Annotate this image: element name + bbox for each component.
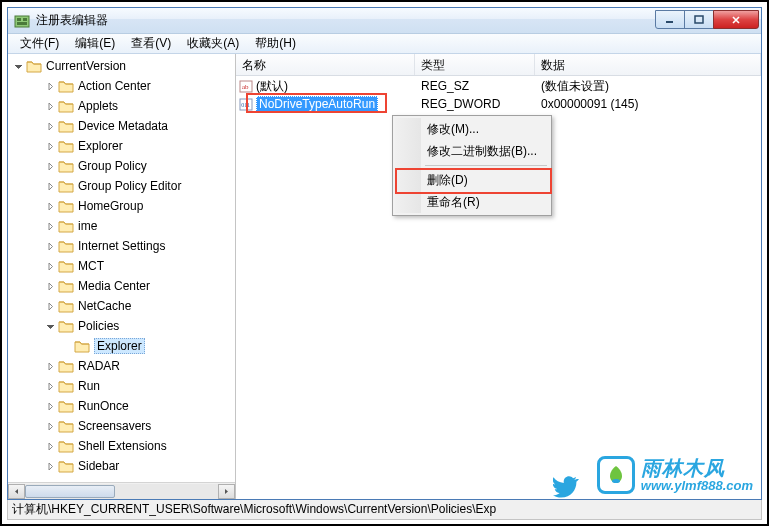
tree-label: Policies bbox=[78, 319, 119, 333]
chevron-right-icon[interactable] bbox=[44, 420, 56, 432]
tree-item[interactable]: HomeGroup bbox=[8, 196, 235, 216]
watermark: 雨林木风 www.ylmf888.com bbox=[597, 456, 753, 494]
tree-label: ime bbox=[78, 219, 97, 233]
close-button[interactable] bbox=[713, 10, 759, 29]
svg-rect-5 bbox=[695, 16, 703, 23]
context-delete[interactable]: 删除(D) bbox=[395, 169, 549, 191]
tree-item[interactable]: RADAR bbox=[8, 356, 235, 376]
tree-label: MCT bbox=[78, 259, 104, 273]
tree-label: Run bbox=[78, 379, 100, 393]
svg-text:011: 011 bbox=[241, 102, 250, 108]
tree-item[interactable]: Media Center bbox=[8, 276, 235, 296]
tree-label: Action Center bbox=[78, 79, 151, 93]
tree-item[interactable]: Sidebar bbox=[8, 456, 235, 476]
tree-label: NetCache bbox=[78, 299, 131, 313]
scroll-left-icon[interactable] bbox=[8, 484, 25, 499]
tree-label: Media Center bbox=[78, 279, 150, 293]
chevron-right-icon[interactable] bbox=[44, 400, 56, 412]
list-row[interactable]: 011NoDriveTypeAutoRunREG_DWORD0x00000091… bbox=[236, 95, 761, 113]
svg-rect-3 bbox=[17, 22, 27, 25]
svg-rect-1 bbox=[17, 18, 21, 21]
tree-item[interactable]: Explorer bbox=[8, 336, 235, 356]
chevron-right-icon[interactable] bbox=[44, 200, 56, 212]
column-name[interactable]: 名称 bbox=[236, 54, 415, 75]
tree-item[interactable]: Device Metadata bbox=[8, 116, 235, 136]
tree-label: Explorer bbox=[94, 338, 145, 354]
tree-item[interactable]: Applets bbox=[8, 96, 235, 116]
tree-item[interactable]: Explorer bbox=[8, 136, 235, 156]
chevron-right-icon[interactable] bbox=[44, 100, 56, 112]
tree-label: Group Policy Editor bbox=[78, 179, 181, 193]
app-icon bbox=[14, 13, 30, 29]
tree-item[interactable]: Policies bbox=[8, 316, 235, 336]
chevron-right-icon[interactable] bbox=[44, 240, 56, 252]
svg-rect-4 bbox=[666, 21, 673, 23]
value-data: 0x00000091 (145) bbox=[535, 97, 761, 111]
tree-label: Screensavers bbox=[78, 419, 151, 433]
chevron-down-icon[interactable] bbox=[44, 320, 56, 332]
tree-scrollbar[interactable] bbox=[8, 482, 235, 499]
context-modify-binary[interactable]: 修改二进制数据(B)... bbox=[395, 140, 549, 162]
chevron-right-icon[interactable] bbox=[44, 80, 56, 92]
chevron-right-icon[interactable] bbox=[44, 120, 56, 132]
scrollbar-thumb[interactable] bbox=[25, 485, 115, 498]
tree-label: Applets bbox=[78, 99, 118, 113]
tree-label: RunOnce bbox=[78, 399, 129, 413]
value-name: NoDriveTypeAutoRun bbox=[256, 96, 378, 112]
tree-item[interactable]: Group Policy bbox=[8, 156, 235, 176]
tree-label: Internet Settings bbox=[78, 239, 165, 253]
column-data[interactable]: 数据 bbox=[535, 54, 761, 75]
tree-item[interactable]: NetCache bbox=[8, 296, 235, 316]
tree-item[interactable]: Run bbox=[8, 376, 235, 396]
column-type[interactable]: 类型 bbox=[415, 54, 535, 75]
value-data: (数值未设置) bbox=[535, 78, 761, 95]
tree-item[interactable]: MCT bbox=[8, 256, 235, 276]
statusbar-path: 计算机\HKEY_CURRENT_USER\Software\Microsoft… bbox=[12, 501, 496, 518]
watermark-url: www.ylmf888.com bbox=[641, 479, 753, 493]
minimize-button[interactable] bbox=[655, 10, 685, 29]
tree-item[interactable]: Internet Settings bbox=[8, 236, 235, 256]
scroll-right-icon[interactable] bbox=[218, 484, 235, 499]
list-row[interactable]: ab(默认)REG_SZ(数值未设置) bbox=[236, 77, 761, 95]
chevron-right-icon[interactable] bbox=[44, 380, 56, 392]
menu-file[interactable]: 文件(F) bbox=[12, 33, 67, 54]
context-separator bbox=[425, 165, 547, 166]
tree-item[interactable]: Screensavers bbox=[8, 416, 235, 436]
chevron-right-icon[interactable] bbox=[44, 160, 56, 172]
registry-editor-window: 注册表编辑器 文件(F) 编辑(E) 查看(V) 收藏夹(A) 帮助(H) Cu… bbox=[7, 7, 762, 500]
value-type: REG_SZ bbox=[415, 79, 535, 93]
tree-item[interactable]: RunOnce bbox=[8, 396, 235, 416]
tree-item[interactable]: Group Policy Editor bbox=[8, 176, 235, 196]
chevron-right-icon[interactable] bbox=[44, 220, 56, 232]
chevron-right-icon[interactable] bbox=[44, 180, 56, 192]
tree-label: Explorer bbox=[78, 139, 123, 153]
menu-help[interactable]: 帮助(H) bbox=[247, 33, 304, 54]
watermark-logo-icon bbox=[597, 456, 635, 494]
list-header[interactable]: 名称 类型 数据 bbox=[236, 54, 761, 76]
tree-item[interactable]: Action Center bbox=[8, 76, 235, 96]
watermark-text: 雨林木风 bbox=[641, 457, 753, 479]
menubar: 文件(F) 编辑(E) 查看(V) 收藏夹(A) 帮助(H) bbox=[8, 34, 761, 54]
svg-rect-0 bbox=[15, 16, 29, 27]
menu-edit[interactable]: 编辑(E) bbox=[67, 33, 123, 54]
tree-label: HomeGroup bbox=[78, 199, 143, 213]
tree-item[interactable]: Shell Extensions bbox=[8, 436, 235, 456]
chevron-right-icon[interactable] bbox=[44, 260, 56, 272]
chevron-right-icon[interactable] bbox=[44, 360, 56, 372]
tree-item[interactable]: CurrentVersion bbox=[8, 56, 235, 76]
context-rename[interactable]: 重命名(R) bbox=[395, 191, 549, 213]
chevron-right-icon[interactable] bbox=[44, 140, 56, 152]
menu-view[interactable]: 查看(V) bbox=[123, 33, 179, 54]
chevron-right-icon[interactable] bbox=[44, 460, 56, 472]
chevron-right-icon[interactable] bbox=[44, 300, 56, 312]
maximize-button[interactable] bbox=[684, 10, 714, 29]
chevron-down-icon[interactable] bbox=[12, 60, 24, 72]
chevron-right-icon[interactable] bbox=[44, 440, 56, 452]
chevron-right-icon[interactable] bbox=[44, 280, 56, 292]
value-name: (默认) bbox=[256, 78, 288, 95]
tree-item[interactable]: ime bbox=[8, 216, 235, 236]
context-modify[interactable]: 修改(M)... bbox=[395, 118, 549, 140]
titlebar[interactable]: 注册表编辑器 bbox=[8, 8, 761, 34]
tree-label: Shell Extensions bbox=[78, 439, 167, 453]
menu-favorites[interactable]: 收藏夹(A) bbox=[179, 33, 247, 54]
